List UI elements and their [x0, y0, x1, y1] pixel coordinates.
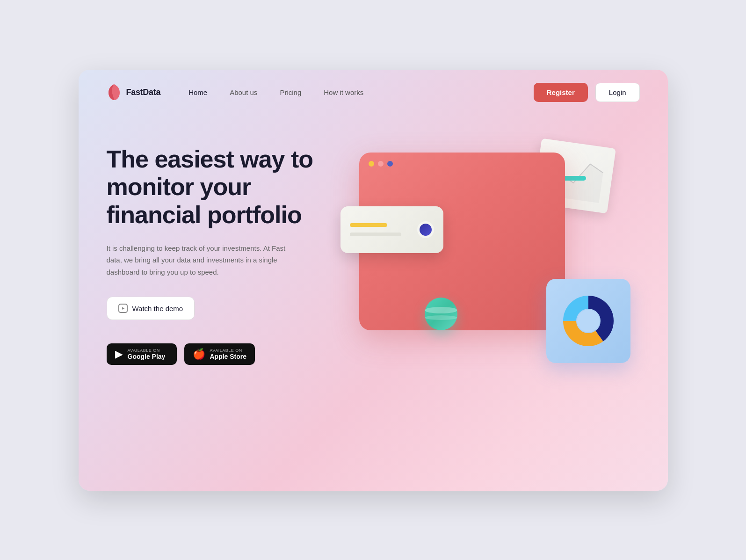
- dot-yellow: [369, 161, 374, 167]
- demo-label: Watch the demo: [132, 305, 183, 313]
- donut-chart-icon: [558, 291, 619, 351]
- google-play-text: Available on Google Play: [128, 348, 166, 360]
- apple-store-text: Available on Apple Store: [210, 348, 247, 360]
- yellow-bar: [350, 223, 387, 227]
- record-circle: [417, 221, 434, 238]
- apple-store-button[interactable]: 🍎 Available on Apple Store: [184, 343, 255, 365]
- hero-section: The easiest way to monitor your financia…: [79, 115, 668, 405]
- hero-title: The easiest way to monitor your financia…: [107, 145, 331, 229]
- chart-card: [546, 279, 630, 363]
- login-button[interactable]: Login: [595, 83, 640, 102]
- apple-available-label: Available on: [210, 348, 247, 353]
- window-dots: [359, 153, 565, 175]
- google-play-name: Google Play: [128, 353, 166, 360]
- svg-point-4: [577, 310, 600, 332]
- logo-area: FastData: [107, 83, 161, 101]
- nav-home[interactable]: Home: [188, 88, 207, 96]
- google-play-button[interactable]: ▶ Available on Google Play: [107, 343, 177, 365]
- hero-illustration: [331, 134, 640, 377]
- decorative-sphere: [425, 298, 457, 330]
- watch-demo-button[interactable]: Watch the demo: [107, 297, 195, 320]
- nav-actions: Register Login: [534, 83, 640, 102]
- hero-description: It is challenging to keep track of your …: [107, 242, 294, 278]
- apple-icon: 🍎: [193, 348, 205, 360]
- nav-about[interactable]: About us: [230, 88, 257, 96]
- store-buttons: ▶ Available on Google Play 🍎 Available o…: [107, 343, 331, 365]
- dot-blue: [387, 161, 393, 167]
- gray-bar: [350, 233, 401, 236]
- hero-content: The easiest way to monitor your financia…: [107, 145, 331, 365]
- nav-how[interactable]: How it works: [324, 88, 363, 96]
- google-available-label: Available on: [128, 348, 166, 353]
- brand-name: FastData: [126, 87, 161, 97]
- nav-links: Home About us Pricing How it works: [188, 88, 534, 96]
- dot-coral: [378, 161, 384, 167]
- data-card: [340, 206, 443, 253]
- page-wrapper: FastData Home About us Pricing How it wo…: [79, 70, 668, 491]
- register-button[interactable]: Register: [534, 83, 588, 102]
- navbar: FastData Home About us Pricing How it wo…: [79, 70, 668, 115]
- logo-icon: [107, 83, 122, 101]
- play-store-icon: ▶: [115, 348, 123, 360]
- apple-store-name: Apple Store: [210, 353, 247, 360]
- play-icon: [118, 304, 128, 313]
- nav-pricing[interactable]: Pricing: [280, 88, 301, 96]
